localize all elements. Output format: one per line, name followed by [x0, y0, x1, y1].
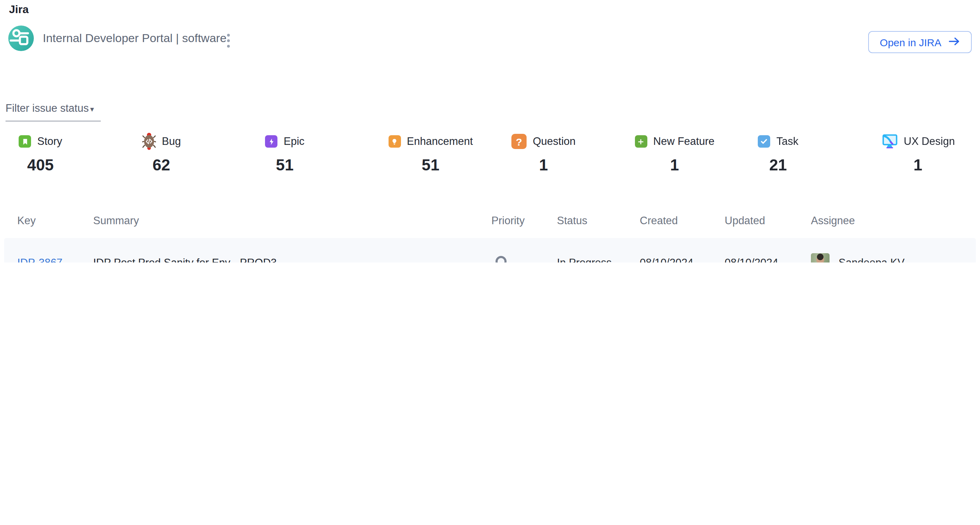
- issue-key-link[interactable]: IDP-3867: [17, 256, 62, 262]
- stat-count: 51: [265, 156, 304, 174]
- task-icon: [758, 135, 770, 148]
- stat-inner: UX Design 1: [881, 133, 955, 174]
- column-header-status: Status: [557, 214, 640, 227]
- stat-label: Question: [533, 135, 576, 148]
- stat-count: 1: [511, 156, 576, 174]
- arrow-right-icon: [948, 36, 960, 48]
- stat-question: ? Question 1: [511, 133, 635, 174]
- jira-product-icon: [8, 25, 34, 51]
- stat-epic: Epic 51: [265, 133, 388, 174]
- story-icon: [19, 135, 31, 148]
- issue-updated-date: 08/10/2024: [725, 256, 811, 262]
- stat-count: 51: [388, 156, 473, 174]
- stat-enhancement: Enhancement 51: [388, 133, 511, 174]
- stat-count: 62: [142, 156, 181, 174]
- stat-inner: Bug 62: [142, 133, 181, 174]
- enhancement-icon: [388, 135, 401, 148]
- table-header: KeySummaryPriorityStatusCreatedUpdatedAs…: [0, 213, 980, 229]
- page-title: Jira: [9, 3, 29, 16]
- open-in-jira-label: Open in JIRA: [880, 36, 941, 48]
- issues-table: IDP-3867 IDP Post Prod Sanity for Env - …: [0, 238, 980, 262]
- project-header: Internal Developer Portal | software: [8, 25, 226, 51]
- stat-inner: New Feature 1: [635, 133, 714, 174]
- stat-label: New Feature: [653, 135, 714, 148]
- table-row: IDP-3867 IDP Post Prod Sanity for Env - …: [4, 238, 976, 262]
- more-options-button[interactable]: [224, 34, 233, 48]
- stat-label: UX Design: [904, 135, 955, 148]
- stat-inner: ? Question 1: [511, 133, 576, 174]
- stat-inner: Epic 51: [265, 133, 304, 174]
- stat-inner: Enhancement 51: [388, 133, 473, 174]
- stat-label: Bug: [162, 135, 181, 148]
- column-header-priority: Priority: [492, 214, 557, 227]
- bug-icon: [142, 132, 156, 151]
- stat-ux-design: UX Design 1: [881, 133, 980, 174]
- column-header-key: Key: [17, 214, 93, 227]
- stat-label: Task: [776, 135, 799, 148]
- new-feature-icon: [635, 135, 647, 148]
- stat-count: 1: [881, 156, 955, 174]
- assignee-name: Sandeepa KV: [838, 256, 904, 262]
- chevron-down-icon: ▾: [90, 105, 94, 114]
- stat-label: Enhancement: [407, 135, 473, 148]
- issue-created-date: 08/10/2024: [640, 256, 725, 262]
- issue-status: In Progress: [557, 256, 640, 262]
- column-header-created: Created: [640, 214, 725, 227]
- stat-count: 1: [635, 156, 714, 174]
- column-header-updated: Updated: [725, 214, 811, 227]
- stat-story: Story 405: [19, 133, 142, 174]
- issue-summary: IDP Post Prod Sanity for Env - PROD3: [93, 256, 492, 262]
- ux-design-icon: [881, 134, 897, 149]
- issue-type-stats: Story 405 Bug 62: [19, 133, 980, 174]
- open-in-jira-button[interactable]: Open in JIRA: [868, 31, 972, 53]
- epic-icon: [265, 135, 277, 148]
- stat-label: Epic: [284, 135, 304, 148]
- stat-inner: Task 21: [758, 133, 799, 174]
- stat-bug: Bug 62: [142, 133, 265, 174]
- question-icon: ?: [511, 134, 527, 149]
- stat-inner: Story 405: [19, 133, 62, 174]
- stat-count: 405: [19, 156, 62, 174]
- stat-task: Task 21: [758, 133, 881, 174]
- stat-label: Story: [37, 135, 62, 148]
- jira-plugin-page: Jira Internal Developer Portal | softwar…: [0, 0, 980, 262]
- project-name: Internal Developer Portal | software: [43, 32, 226, 45]
- stat-new-feature: New Feature 1: [635, 133, 758, 174]
- avatar: [811, 253, 830, 262]
- stat-count: 21: [758, 156, 799, 174]
- filter-issue-status-dropdown[interactable]: Filter issue status ▾: [6, 102, 101, 121]
- column-header-assignee: Assignee: [811, 214, 980, 227]
- filter-label: Filter issue status: [6, 102, 89, 114]
- column-header-summary: Summary: [93, 214, 492, 227]
- priority-none-icon: [496, 255, 507, 262]
